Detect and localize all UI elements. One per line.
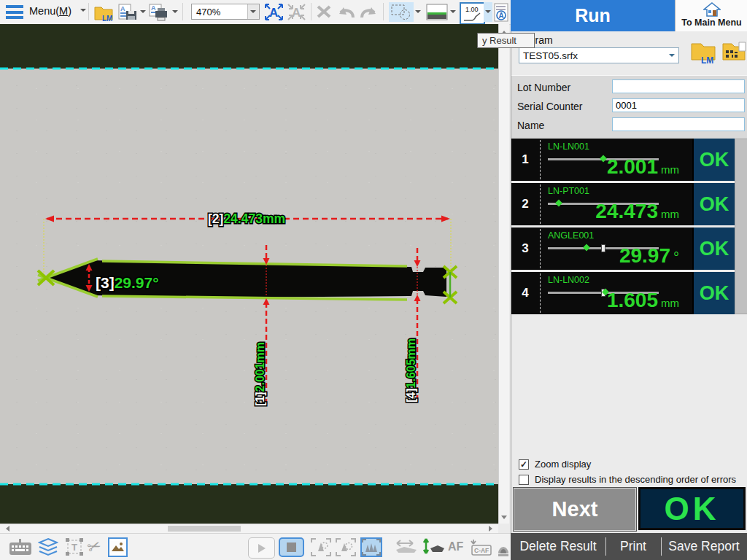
autofocus-region-icon[interactable]	[311, 538, 331, 559]
result-row[interactable]: 4 LN-LN002 1.605mm OK	[511, 272, 735, 314]
delete-result-button[interactable]: Delete Result	[512, 533, 604, 560]
result-name: ANGLE001	[548, 230, 594, 241]
program-select[interactable]: TEST05.srfx	[519, 47, 679, 63]
scroll-down-arrow[interactable]	[501, 516, 507, 522]
stage-move-x-icon[interactable]	[394, 540, 419, 559]
svg-text:A: A	[269, 6, 278, 20]
run-stop-button[interactable]	[279, 537, 304, 557]
open-program-folder-icon[interactable]: LM	[93, 3, 114, 22]
next-button[interactable]: Next	[514, 488, 636, 531]
result-row[interactable]: 3 ANGLE001 29.97° OK	[511, 228, 735, 270]
scroll-left-arrow[interactable]	[3, 526, 9, 532]
delete-icon[interactable]	[316, 4, 332, 19]
selection-caret-icon[interactable]	[415, 10, 421, 16]
save-caret-icon[interactable]	[140, 10, 146, 16]
hamburger-menu-icon[interactable]	[6, 5, 23, 19]
result-status-badge: OK	[692, 183, 735, 225]
dim4-value: 1.605mm	[405, 338, 417, 389]
overall-status-label: OK	[665, 491, 720, 527]
dim2-tag: [2]	[208, 211, 223, 226]
result-unit: mm	[661, 163, 679, 176]
descending-order-checkbox[interactable]	[519, 475, 529, 485]
annotation-settings-icon[interactable]: A	[494, 3, 509, 22]
dim4-label: [4]1.605mm	[405, 338, 417, 402]
load-program-folder-icon[interactable]: LM	[689, 40, 717, 65]
continuous-af-icon[interactable]: C-AF	[470, 538, 492, 559]
result-index: 3	[511, 228, 539, 270]
descending-order-option[interactable]: Display results in the descending order …	[519, 474, 736, 485]
horizontal-scrollbar[interactable]	[0, 524, 498, 533]
menu-label-suffix: )	[68, 5, 71, 17]
menu-caret-icon	[80, 9, 86, 15]
svg-text:A: A	[151, 4, 156, 12]
to-main-menu-button[interactable]: To Main Menu	[675, 0, 747, 31]
autofocus-multi-icon[interactable]	[336, 538, 356, 559]
result-status-badge: OK	[692, 272, 735, 314]
vertical-scrollbar[interactable]	[498, 24, 509, 524]
dim2-label: [2]24.473mm	[208, 211, 285, 226]
result-row[interactable]: 2 LN-PT001 24.473mm OK	[511, 183, 735, 225]
edge-caret-button[interactable]	[484, 2, 492, 22]
zoom-level-combo[interactable]: 470%	[191, 4, 260, 20]
dim3-tag: [3]	[96, 274, 115, 291]
result-value: 24.473	[595, 200, 658, 222]
lot-number-input[interactable]	[612, 79, 745, 93]
dimension-lines	[45, 216, 450, 406]
result-name: LN-LN001	[548, 141, 589, 152]
zoom-display-option[interactable]: ✓ Zoom display	[519, 459, 591, 470]
lm-badge: LM	[102, 15, 112, 22]
lamp-icon[interactable]	[498, 537, 509, 560]
display-caret-icon[interactable]	[450, 10, 456, 16]
zoom-display-checkbox[interactable]: ✓	[519, 459, 529, 470]
dim3-value: 29.97°	[115, 274, 159, 291]
result-unit: °	[673, 249, 679, 265]
program-file-name: TEST05.srfx	[523, 50, 578, 61]
pattern-edit-icon[interactable]: T	[64, 538, 85, 559]
footer-action-bar: Delete Result Print Save Report	[511, 533, 747, 560]
autofocus-area-button[interactable]	[360, 537, 382, 557]
save-report-button[interactable]: Save Report	[662, 533, 746, 560]
redo-icon[interactable]	[359, 4, 379, 20]
result-name: LN-PT001	[548, 186, 589, 196]
stage-move-z-icon[interactable]	[423, 537, 445, 560]
layers-icon[interactable]	[38, 537, 58, 559]
display-mode-icon[interactable]	[426, 4, 448, 20]
zoom-display-label: Zoom display	[535, 459, 591, 470]
zoom-combo-caret[interactable]	[247, 4, 259, 19]
selection-tool-button[interactable]	[389, 2, 414, 22]
scroll-right-arrow[interactable]	[489, 526, 495, 532]
result-unit: mm	[661, 208, 679, 220]
edge-measure-button[interactable]: 1.00	[460, 2, 485, 25]
results-scrollbar[interactable]	[735, 139, 747, 314]
dim4-tag: [4]	[405, 388, 417, 402]
menu-button[interactable]: Menu(M)	[29, 5, 86, 17]
run-mode-header: Run	[511, 0, 675, 31]
home-icon	[703, 2, 721, 17]
keyboard-icon[interactable]	[9, 539, 32, 559]
run-start-button[interactable]	[248, 537, 275, 559]
trim-icon[interactable]: ✂	[85, 536, 104, 559]
print-caret-icon[interactable]	[172, 10, 178, 16]
image-capture-button[interactable]	[108, 537, 128, 557]
lm-badge: LM	[701, 55, 713, 65]
print-image-icon[interactable]: A	[149, 4, 169, 21]
result-status-badge: OK	[692, 139, 735, 181]
result-row[interactable]: 1 LN-LN001 2.001mm OK	[511, 139, 735, 181]
svg-text:T: T	[71, 542, 77, 553]
zoom-fit-icon[interactable]: A	[264, 3, 284, 21]
undo-icon[interactable]	[336, 4, 356, 20]
app-window: Menu(M) LM A A 470% A A	[0, 0, 747, 560]
print-button[interactable]: Print	[606, 533, 660, 560]
camera-image-viewport[interactable]: [2]24.473mm [3]29.97° [1]2.001mm [4]1.60…	[0, 24, 498, 524]
tooltip-text: y Result	[482, 35, 516, 46]
descending-order-label: Display results in the descending order …	[535, 474, 736, 485]
footer-separator	[661, 537, 662, 556]
barcode-program-folder-icon[interactable]	[721, 40, 747, 65]
dim1-value: 2.001mm	[254, 342, 266, 392]
dim1-label: [1]2.001mm	[254, 342, 266, 406]
save-program-icon[interactable]: A	[118, 4, 139, 21]
horizontal-scroll-thumb[interactable]	[168, 526, 241, 532]
zoom-actual-icon[interactable]: A	[287, 3, 306, 21]
name-input[interactable]	[612, 117, 745, 131]
serial-counter-input[interactable]	[612, 98, 745, 112]
